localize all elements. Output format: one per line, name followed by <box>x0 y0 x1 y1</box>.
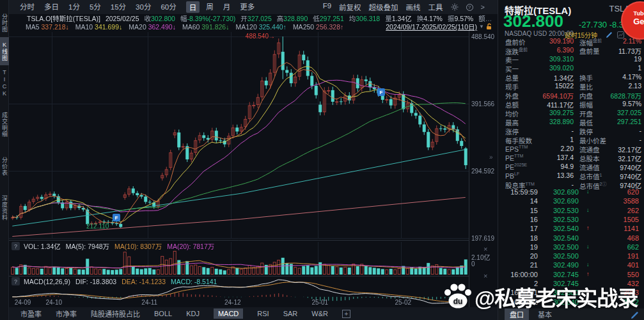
quote-row-每手股数: 每手股数1最小价差- <box>498 136 644 145</box>
quote-row-盘前价: 盘前价309.190涨幅盘前2.11% <box>498 37 644 46</box>
period-low-label: 212.110 <box>86 223 109 230</box>
pane-header-value: DEA: -14.1233 <box>122 278 166 285</box>
indicator-tab-市盈率[interactable]: 市盈率 <box>20 308 42 319</box>
period-tab-月[interactable]: 月 <box>223 1 231 13</box>
quote-row-均价: 均价309.275开盘327.025 <box>498 109 644 118</box>
pane-header-value: MA(10): 8307万 <box>114 241 162 251</box>
trade-row: 15302.530↓262 <box>498 207 644 216</box>
close-macd-pane-icon[interactable]: × <box>483 272 487 280</box>
pane-header-value: VOL: 1.34亿 <box>24 241 61 251</box>
event-marker-f2[interactable]: F <box>377 88 385 96</box>
period-tab-30分[interactable]: 30分 <box>136 1 151 13</box>
watermark-text: @私募老宋实战录 <box>475 282 638 312</box>
indicator-tab-市净率[interactable]: 市净率 <box>56 308 77 319</box>
toolbar-item-超级叠加[interactable]: 超级叠加 <box>369 2 398 12</box>
candlestick-chart[interactable] <box>9 31 498 307</box>
indicator-tab-MACD[interactable]: MACD <box>214 308 243 319</box>
price-tick-197.619: 197.619 <box>471 235 494 242</box>
period-tab-多日[interactable]: 多日 <box>44 1 59 13</box>
ma-value-MA10: MA10 341.699↓ <box>75 23 123 31</box>
toolbar-item-工具[interactable]: 工具 <box>428 2 443 12</box>
pane-header-value: MACD: -8.5141 <box>171 278 217 285</box>
sidebar-item-深度资料[interactable]: 深度资料 <box>0 186 9 230</box>
date-range[interactable]: 2024/09/17-2025/02/25(110日) <box>386 22 477 31</box>
sidebar-item-K线图[interactable]: K线图 <box>0 37 9 65</box>
quote-row-最高: 最高328.890最低297.251 <box>498 118 644 127</box>
indicator-tab-SAR[interactable]: SAR <box>283 310 298 317</box>
toolbar-tools: F9前复权超级叠加画线工具 <box>323 2 443 12</box>
chevron-down-icon[interactable]: ▼ <box>479 24 484 29</box>
quote-row-涨跌: 涨跌盘前6.390盘前量11.73万 <box>498 46 644 55</box>
chart-area: 488.540391.566294.592197.6192.10亿024-092… <box>9 31 498 307</box>
ma-items: MA5 337.218↓MA10 341.699↓MA20 362.490↓MA… <box>26 23 350 31</box>
ma-value-MA120: MA120 325.440↑ <box>235 23 286 31</box>
period-tabs: 分时多日1分5分15分30分60分日周月更多 <box>20 1 264 13</box>
toolbar-item-前复权[interactable]: 前复权 <box>339 2 361 12</box>
field-收: 收302.800 <box>145 13 175 23</box>
trade-row: 17302.540↑1141 <box>498 225 644 234</box>
trade-row: 20302.500191 <box>498 252 644 261</box>
trade-row: 16:00:00302.745↑550 <box>498 271 644 280</box>
quote-row-卖一: 卖一309.31019 <box>498 55 644 64</box>
event-marker-f1[interactable]: F <box>113 214 120 221</box>
panel-expander-icon[interactable]: » <box>489 154 493 161</box>
trade-date: 2025/02/25 <box>106 15 139 22</box>
left-sidebar: 分时图K线图TICK成交明细分价表深度资料 <box>0 0 9 320</box>
period-tab-周[interactable]: 周 <box>206 1 214 13</box>
watermark: du @私募老宋实战录 <box>443 282 638 312</box>
add-indicator-button[interactable]: + <box>342 310 350 318</box>
sidebar-item-分价表[interactable]: 分价表 <box>0 151 9 182</box>
sidebar-item-TICK[interactable]: TICK <box>0 68 9 99</box>
macd-pane-header: ? MACD(12,26,9)DIF: -18.3803DEA: -14.123… <box>12 277 217 285</box>
x-label-24-12: 24-12 <box>220 299 246 306</box>
trade-row: 19302.500↓662 <box>498 243 644 252</box>
sidebar-item-分时图[interactable]: 分时图 <box>0 9 9 37</box>
gear-icon[interactable] <box>451 3 459 11</box>
svg-text:du: du <box>453 297 463 306</box>
price-tick-391.566: 391.566 <box>471 100 494 108</box>
period-tab-5分[interactable]: 5分 <box>90 1 101 13</box>
pane-header-value: MACD(12,26,9) <box>24 278 70 285</box>
quote-row-总额: 总额411.17亿振幅9.57% <box>498 100 644 109</box>
quote-row-PB: PBLF13.36总市值19740亿 <box>498 172 644 180</box>
quote-row-外盘: 外盘6594.10万内盘6828.78万 <box>498 91 644 100</box>
indicator-tab-bar: 市盈率市净率陆股通持股占比BOLLKDJMACDRSISARW&R + <box>9 307 498 320</box>
help-icon[interactable]: ? <box>12 277 20 285</box>
indicator-tab-BOLL[interactable]: BOLL <box>154 310 172 317</box>
indicator-tab-KDJ[interactable]: KDJ <box>186 310 200 317</box>
indicator-tab-RSI[interactable]: RSI <box>257 310 269 317</box>
period-toolbar: 分时多日1分5分15分30分60分日周月更多 F9前复权超级叠加画线工具 ? > <box>9 0 498 14</box>
quote-row-PE: PE2025E94.9流通值9740亿 <box>498 163 644 172</box>
volume-tick-0: 0 <box>471 260 475 268</box>
unlock-icon[interactable] <box>486 23 492 30</box>
ma-value-MA20: MA20 362.490↓ <box>129 23 176 31</box>
field-高: 高328.890 <box>277 13 308 23</box>
close-volume-pane-icon[interactable]: × <box>483 245 487 253</box>
period-tab-1分[interactable]: 1分 <box>68 1 80 13</box>
price-tick-488.540: 488.540 <box>471 33 494 40</box>
toolbar-item-画线[interactable]: 画线 <box>406 2 421 12</box>
x-label-24-10: 24-10 <box>41 299 67 306</box>
pane-header-value: DIF: -18.3803 <box>75 278 116 285</box>
period-tab-日[interactable]: 日 <box>186 1 200 13</box>
period-tab-15分[interactable]: 15分 <box>111 1 126 13</box>
indicator-tab-W&R[interactable]: W&R <box>311 310 328 317</box>
indicator-tab-陆股通持股占比[interactable]: 陆股通持股占比 <box>91 308 140 319</box>
volume-pane-header: ? VOL: 1.34亿MA(5): 7948万MA(10): 8307万MA(… <box>12 241 214 251</box>
exchange-info: NASDAQ USD 20:00:00 <box>505 30 574 37</box>
help-icon[interactable]: ? <box>466 4 473 11</box>
ma-values-bar: MA5 337.218↓MA10 341.699↓MA20 362.490↓MA… <box>9 22 498 31</box>
field-均: 均306.318 <box>349 13 380 23</box>
period-tab-更多[interactable]: 更多 <box>240 1 255 13</box>
x-label-25-01: 25-01 <box>307 299 333 306</box>
help-icon[interactable]: ? <box>12 242 20 250</box>
sidebar-item-成交明细[interactable]: 成交明细 <box>0 102 9 147</box>
collapse-chevron-icon[interactable]: > <box>481 3 485 11</box>
toolbar-right: F9前复权超级叠加画线工具 ? > <box>323 2 485 12</box>
quote-panel: 特斯拉(TESLA) TSLA 302.800 -27.730 -8.39% N… <box>498 0 644 320</box>
period-tab-分时[interactable]: 分时 <box>20 1 35 13</box>
period-tab-60分[interactable]: 60分 <box>161 1 176 13</box>
toolbar-item-F9[interactable]: F9 <box>323 2 331 12</box>
x-label-24-09: 24-09 <box>10 299 36 306</box>
ma-value-MA60: MA60 391.826↓ <box>182 23 230 31</box>
